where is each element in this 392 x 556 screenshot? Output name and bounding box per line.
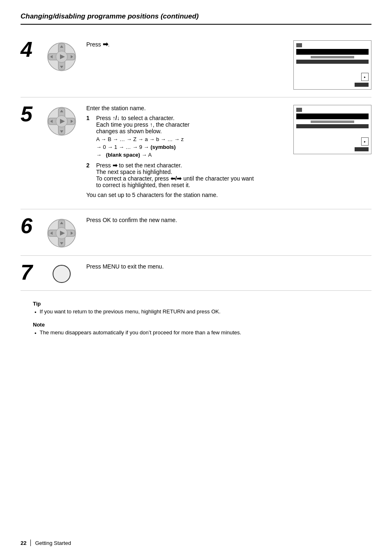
step-5-item-1: 1 Press ↑/↓ to select a character. Each … [86,115,285,159]
dpad-icon [47,42,76,72]
step-7: 7 Press MENU to exit the menu. [21,256,371,291]
screen-bottom-icon: ▸ [296,73,369,81]
step-5-item-2: 2 Press ➡ to set the next character. The… [86,162,285,188]
note-label: Note [33,322,371,328]
step-6-icon [45,218,78,248]
step-7-content: Press MENU to exit the menu. [82,263,371,273]
footer-section: Getting Started [35,540,71,546]
screen-mockup-5: ▸ [293,105,371,154]
item-2-label: 2 [86,162,94,169]
screen-black-bar-1 [296,49,369,55]
screen-btn-row [296,83,369,87]
step-4-instruction: Press ➡. [86,40,285,48]
arrow-seq-1c: → (blank space) → A [96,152,189,158]
item-1-content: Press ↑/↓ to select a character. Each ti… [96,115,189,159]
page-footer: 22 Getting Started [21,540,71,546]
bullet-dot: • [35,308,37,317]
step-7-icon [45,265,78,283]
tip-text-1: If you want to return to the previous me… [40,308,221,317]
step-7-instruction: Press MENU to exit the menu. [86,263,371,270]
step-6-content: Press OK to confirm the new name. [82,217,371,227]
note-bullet-1: • The menu disappears automatically if y… [35,329,371,338]
screen-mockup-4: ▸ [293,40,371,90]
step-4-icon [45,42,78,72]
footer-page-number: 22 [21,540,26,546]
bullet-dot-note: • [35,329,37,338]
step-6: 6 Press OK to confirm the new name. [21,209,371,256]
screen-btn-5 [355,147,369,151]
screen-btn [355,83,369,87]
menu-button-icon [53,265,71,283]
tip-note-section: Tip • If you want to return to the previ… [21,301,371,337]
screen-gray-bar [311,56,354,58]
step-6-number: 6 [21,215,41,236]
footer-separator [30,540,31,546]
step-5-icon [45,107,78,136]
tip-bullet-1: • If you want to return to the previous … [35,308,371,317]
step-5-number: 5 [21,103,41,125]
step-5-content: Enter the station name. 1 Press ↑/↓ to s… [82,105,285,202]
step-4-screen: ▸ [289,40,371,90]
tip-label: Tip [33,301,371,307]
screen-dark-bar [296,60,369,64]
step-6-instruction: Press OK to confirm the new name. [86,217,371,223]
screen-icon [296,43,302,47]
screen-black-bar-5 [296,114,369,119]
step-4: 4 Press ➡. [21,33,371,97]
item-2-content: Press ➡ to set the next character. The n… [96,162,254,188]
item-1-label: 1 [86,115,94,121]
step-4-number: 4 [21,39,41,60]
screen-gray-bar-5 [311,120,354,123]
arrow-seq-1b: → 0 → 1 → … → 9 → (symbols) [96,144,189,150]
note-text-1: The menu disappears automatically if you… [40,329,242,338]
screen-bottom-icon-5: ▸ [296,137,369,146]
dpad-icon-5 [47,107,76,136]
step-5: 5 Enter the station name. 1 Press ↑/↓ to… [21,97,371,209]
screen-icon-5 [296,108,302,112]
arrow-seq-1a: A → B → … → Z → a → b → … → z [96,136,189,142]
dpad-icon-6 [47,218,76,248]
step-5-main: Enter the station name. [86,105,285,111]
page-title: Changing/disabling programme positions (… [21,12,371,25]
screen-dark-bar-5 [296,124,369,128]
step-7-number: 7 [21,262,41,283]
step-5-screen: ▸ [289,105,371,154]
step-4-content: Press ➡. [82,40,285,51]
screen-btn-row-5 [296,147,369,151]
step-5-extra: You can set up to 5 characters for the s… [86,192,285,198]
